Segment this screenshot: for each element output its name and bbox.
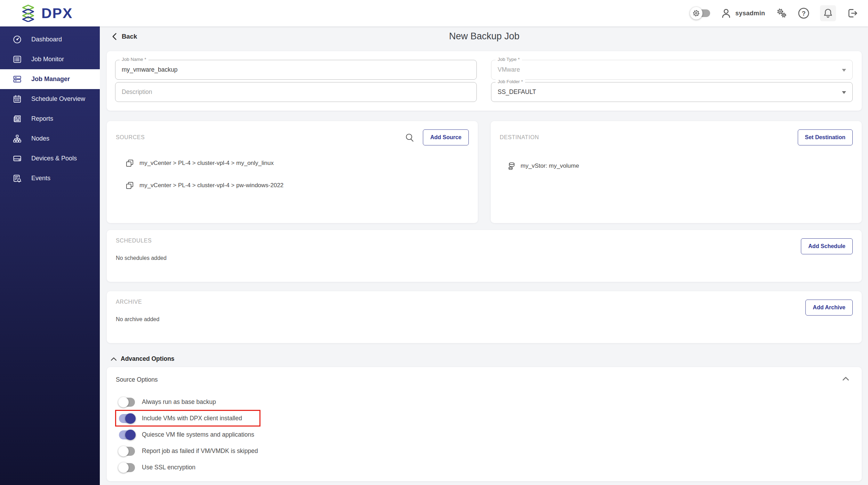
logo-text: DPX <box>41 5 73 22</box>
sidebar-item-label: Job Manager <box>31 75 70 83</box>
sidebar-item-nodes[interactable]: Nodes <box>0 129 100 149</box>
advanced-options-toggle[interactable]: Advanced Options <box>111 355 862 363</box>
dpx-layers-icon <box>20 5 36 22</box>
toggle-label: Report job as failed if VM/VMDK is skipp… <box>142 447 258 455</box>
source-list-item[interactable]: my_vCenter > PL-4 > cluster-vpl-4 > my_o… <box>125 159 469 168</box>
destination-list-item[interactable]: my_vStor: my_volume <box>507 161 853 170</box>
toggle-row-quiesce: Quiesce VM file systems and applications <box>119 427 853 443</box>
sources-search-button[interactable] <box>405 133 415 142</box>
chevron-up-icon <box>111 357 117 361</box>
dashboard-icon <box>13 35 22 44</box>
sidebar-item-label: Reports <box>31 115 53 122</box>
schedules-card: SCHEDULES Add Schedule No schedules adde… <box>107 230 862 282</box>
job-type-field: Job Type * <box>491 60 853 80</box>
switch-knob <box>118 446 129 456</box>
source-options-toggles: Always run as base backup Include VMs wi… <box>116 394 853 476</box>
toggle-row-report-failed: Report job as failed if VM/VMDK is skipp… <box>119 443 853 459</box>
back-button[interactable]: Back <box>111 33 137 40</box>
sidebar-item-reports[interactable]: Reports <box>0 109 100 129</box>
svg-text:?: ? <box>802 10 805 17</box>
sidebar-item-schedule-overview[interactable]: Schedule Overview <box>0 89 100 109</box>
destination-card: DESTINATION Set Destination my_vStor: my… <box>491 121 862 223</box>
advanced-options-label: Advanced Options <box>121 355 175 363</box>
dpx-logo[interactable]: DPX <box>20 5 73 22</box>
ssl-encryption-switch[interactable] <box>119 463 135 472</box>
source-path: my_vCenter > PL-4 > cluster-vpl-4 > pw-w… <box>139 182 283 189</box>
archive-title: ARCHIVE <box>116 299 142 305</box>
chevron-up-icon <box>842 376 849 381</box>
include-dpx-client-switch[interactable] <box>119 414 135 423</box>
system-settings-button[interactable] <box>775 7 787 19</box>
toggle-label: Quiesce VM file systems and applications <box>142 431 254 438</box>
add-schedule-button[interactable]: Add Schedule <box>801 238 853 254</box>
destination-title: DESTINATION <box>500 134 539 141</box>
description-input[interactable] <box>115 82 476 102</box>
double-gear-icon <box>775 7 787 19</box>
devices-icon <box>13 154 22 163</box>
sidebar-item-dashboard[interactable]: Dashboard <box>0 30 100 49</box>
sidebar-item-label: Schedule Overview <box>31 95 85 103</box>
toggle-row-include-dpx-client: Include VMs with DPX client installed <box>119 410 853 427</box>
user-menu[interactable]: sysadmin <box>721 8 765 19</box>
bell-icon <box>822 8 834 19</box>
schedule-icon <box>13 94 22 104</box>
user-icon <box>721 8 732 19</box>
description-field <box>115 82 477 102</box>
sources-title: SOURCES <box>116 134 145 141</box>
always-base-backup-switch[interactable] <box>119 398 135 407</box>
settings-toggle-knob <box>690 7 702 19</box>
toggle-label: Always run as base backup <box>142 398 216 406</box>
sidebar-item-label: Events <box>31 175 50 182</box>
page-header-row: Back New Backup Job <box>107 26 862 46</box>
sidebar-nav: Dashboard Job Monitor Job Manager <box>0 26 100 188</box>
toggle-label: Include VMs with DPX client installed <box>142 415 242 422</box>
sidebar-item-label: Nodes <box>31 135 49 142</box>
dropdown-arrow-icon <box>842 69 846 72</box>
help-icon: ? <box>798 7 810 19</box>
collapse-section-button[interactable] <box>842 376 849 382</box>
switch-knob <box>125 413 136 424</box>
nodes-icon <box>13 134 22 143</box>
sidebar-item-job-manager[interactable]: Job Manager <box>0 69 100 89</box>
sources-destination-row: SOURCES Add Source my_vCenter > PL-4 > c… <box>107 121 862 223</box>
help-button[interactable]: ? <box>798 7 810 19</box>
vm-icon <box>125 181 134 190</box>
job-folder-field: Job Folder * <box>491 82 853 102</box>
vm-icon <box>125 159 134 168</box>
back-label: Back <box>122 33 137 40</box>
sidebar: Dashboard Job Monitor Job Manager <box>0 26 100 485</box>
job-details-card: Job Name * Job Type * Job Folder * <box>107 51 862 111</box>
logout-button[interactable] <box>846 7 858 19</box>
notifications-button[interactable] <box>820 5 836 21</box>
job-type-select[interactable] <box>491 60 852 79</box>
events-icon <box>13 174 22 183</box>
job-manager-icon <box>13 74 22 84</box>
source-list-item[interactable]: my_vCenter > PL-4 > cluster-vpl-4 > pw-w… <box>125 181 469 190</box>
archive-card: ARCHIVE Add Archive No archive added <box>107 291 862 343</box>
settings-toggle[interactable] <box>692 9 710 17</box>
add-archive-button[interactable]: Add Archive <box>805 300 853 316</box>
set-destination-button[interactable]: Set Destination <box>798 129 853 145</box>
page-title: New Backup Job <box>107 31 862 42</box>
top-bar: DPX sysadmin <box>0 0 868 26</box>
destination-header: DESTINATION Set Destination <box>500 129 853 145</box>
sidebar-item-job-monitor[interactable]: Job Monitor <box>0 49 100 69</box>
schedules-title: SCHEDULES <box>116 238 152 244</box>
sidebar-item-label: Dashboard <box>31 36 62 43</box>
add-source-button[interactable]: Add Source <box>423 129 469 145</box>
job-name-input[interactable] <box>115 60 476 79</box>
sidebar-item-devices-pools[interactable]: Devices & Pools <box>0 149 100 168</box>
sidebar-item-events[interactable]: Events <box>0 168 100 188</box>
schedules-empty-text: No schedules added <box>116 255 853 261</box>
report-failed-switch[interactable] <box>119 447 135 456</box>
job-monitor-icon <box>13 55 22 64</box>
storage-icon <box>507 161 516 170</box>
switch-knob <box>125 430 136 440</box>
job-name-field: Job Name * <box>115 60 477 80</box>
toggle-row-ssl: Use SSL encryption <box>119 459 853 476</box>
topbar-actions: sysadmin ? <box>692 5 858 21</box>
dropdown-arrow-icon <box>842 91 846 94</box>
quiesce-vm-switch[interactable] <box>119 430 135 439</box>
job-folder-select[interactable] <box>491 82 852 102</box>
logout-icon <box>846 7 858 19</box>
